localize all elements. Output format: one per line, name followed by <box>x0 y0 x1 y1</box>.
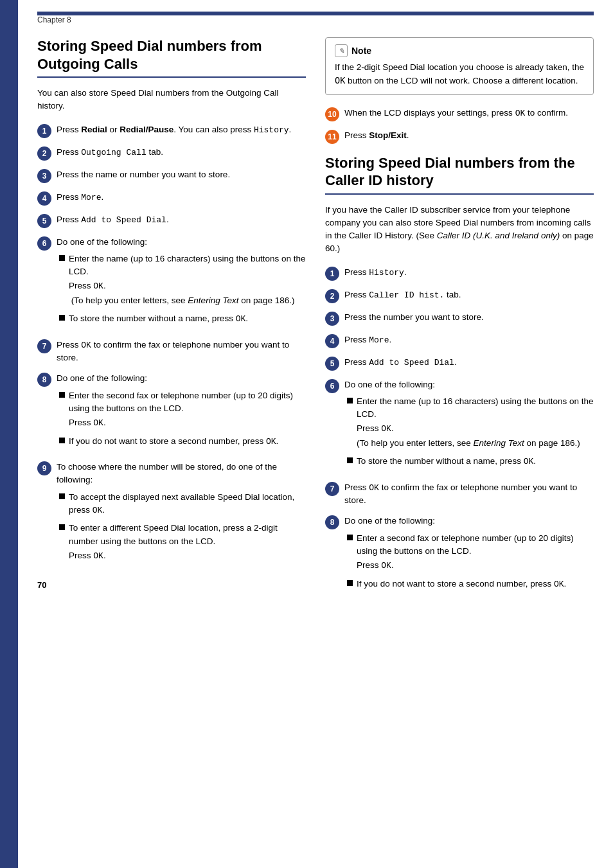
right-sub-text-6-1: Enter the name (up to 16 characters) usi… <box>357 395 594 450</box>
left-column: Storing Speed Dial numbers from Outgoing… <box>37 37 306 849</box>
step-number-5: 5 <box>37 214 51 228</box>
right-step-text-7: Press OK to confirm the fax or telephone… <box>344 481 594 508</box>
right-step-1: 1 Press History. <box>325 266 594 281</box>
step-text-6: Do one of the following: Enter the name … <box>57 236 306 331</box>
right-step-6-sub-1: Enter the name (up to 16 characters) usi… <box>347 395 594 450</box>
right-step-number-4: 4 <box>325 334 339 348</box>
sub-text-9-1: To accept the displayed next available S… <box>69 491 306 517</box>
left-accent-bar <box>0 0 18 868</box>
right-step-text-4: Press More. <box>344 333 391 347</box>
step-number-3: 3 <box>37 169 51 183</box>
step-6-sub-list: Enter the name (up to 16 characters) usi… <box>57 252 306 326</box>
step-6: 6 Do one of the following: Enter the nam… <box>37 236 306 331</box>
step-number-9: 9 <box>37 461 51 475</box>
step-number-10: 10 <box>325 107 339 121</box>
step-text-2: Press Outgoing Call tab. <box>57 146 163 159</box>
left-section-title: Storing Speed Dial numbers from Outgoing… <box>37 37 306 73</box>
step-6-sub-2: To store the number without a name, pres… <box>59 312 306 326</box>
sub-text-8-2: If you do not want to store a second num… <box>69 435 278 448</box>
step-text-1: Press Redial or Redial/Pause. You can al… <box>57 123 291 137</box>
right-step-6-sub-2: To store the number without a name, pres… <box>347 455 594 468</box>
right-step-text-8: Do one of the following: Enter a second … <box>344 515 594 596</box>
right-step-text-5: Press Add to Speed Dial. <box>344 356 457 369</box>
step-2: 2 Press Outgoing Call tab. <box>37 146 306 161</box>
sub-text-8-1: Enter the second fax or telephone number… <box>69 389 306 430</box>
sub-text-6-2: To store the number without a name, pres… <box>69 312 248 326</box>
right-step-number-7: 7 <box>325 482 339 496</box>
note-title: Note <box>351 46 371 56</box>
step-5: 5 Press Add to Speed Dial. <box>37 213 306 228</box>
step-text-10: When the LCD displays your settings, pre… <box>344 107 568 120</box>
right-section-title: Storing Speed Dial numbers from the Call… <box>325 154 594 190</box>
page-container: Chapter 8 Storing Speed Dial numbers fro… <box>0 0 613 868</box>
step-number-4: 4 <box>37 191 51 206</box>
right-step-text-6: Do one of the following: Enter the name … <box>344 378 594 474</box>
page-number: 70 <box>37 580 306 590</box>
right-section-divider <box>325 193 594 195</box>
sub-text-6-1: Enter the name (up to 16 characters) usi… <box>69 252 306 307</box>
right-bullet-6-1 <box>347 398 353 403</box>
step-text-8: Do one of the following: Enter the secon… <box>57 372 306 453</box>
left-section-divider <box>37 76 306 78</box>
note-header: ✎ Note <box>335 44 584 57</box>
step-6-sub-1: Enter the name (up to 16 characters) usi… <box>59 252 306 307</box>
right-step-text-3: Press the number you want to store. <box>344 311 484 324</box>
right-step-5: 5 Press Add to Speed Dial. <box>325 356 594 371</box>
right-step-6: 6 Do one of the following: Enter the nam… <box>325 378 594 474</box>
right-step-7: 7 Press OK to confirm the fax or telepho… <box>325 481 594 508</box>
left-steps-list: 1 Press Redial or Redial/Pause. You can … <box>37 123 306 568</box>
step-number-7: 7 <box>37 339 51 353</box>
step-text-11: Press Stop/Exit. <box>344 129 409 142</box>
step-number-6: 6 <box>37 236 51 251</box>
step-text-9: To choose where the number will be store… <box>57 461 306 567</box>
right-step-4: 4 Press More. <box>325 333 594 348</box>
note-box: ✎ Note If the 2-digit Speed Dial locatio… <box>325 37 594 95</box>
step-number-11: 11 <box>325 130 339 144</box>
right-sub-text-8-1: Enter a second fax or telephone number (… <box>357 532 594 572</box>
step-9: 9 To choose where the number will be sto… <box>37 461 306 567</box>
right-step-8: 8 Do one of the following: Enter a secon… <box>325 515 594 596</box>
step-8-sub-list: Enter the second fax or telephone number… <box>57 389 306 448</box>
left-section-intro: You can also store Speed Dial numbers fr… <box>37 87 306 113</box>
step-10: 10 When the LCD displays your settings, … <box>325 107 594 121</box>
right-bullet-8-2 <box>347 580 353 586</box>
right-step-2: 2 Press Caller ID hist. tab. <box>325 288 594 303</box>
bullet-9-1 <box>59 493 65 499</box>
note-icon: ✎ <box>335 44 348 57</box>
right-section-intro: If you have the Caller ID subscriber ser… <box>325 204 594 256</box>
right-steps-continued: 10 When the LCD displays your settings, … <box>325 107 594 144</box>
right-sub-text-6-2: To store the number without a name, pres… <box>357 455 536 468</box>
right-step-number-8: 8 <box>325 515 339 529</box>
right-step-number-5: 5 <box>325 357 339 371</box>
step-9-sub-2: To enter a different Speed Dial location… <box>59 522 306 562</box>
right-step-3: 3 Press the number you want to store. <box>325 311 594 326</box>
right-step-8-sub-1: Enter a second fax or telephone number (… <box>347 532 594 572</box>
right-column: ✎ Note If the 2-digit Speed Dial locatio… <box>325 37 594 849</box>
right-bullet-6-2 <box>347 457 353 463</box>
two-column-layout: Storing Speed Dial numbers from Outgoing… <box>37 37 594 849</box>
right-step-6-sub-list: Enter the name (up to 16 characters) usi… <box>344 395 594 468</box>
right-step-number-2: 2 <box>325 289 339 303</box>
step-number-2: 2 <box>37 146 51 161</box>
right-steps-list: 1 Press History. 2 Press Caller ID hist.… <box>325 266 594 596</box>
right-step-8-sub-2: If you do not want to store a second num… <box>347 578 594 591</box>
step-1: 1 Press Redial or Redial/Pause. You can … <box>37 123 306 138</box>
right-bullet-8-1 <box>347 535 353 540</box>
bullet-2 <box>59 315 65 321</box>
step-3: 3 Press the name or number you want to s… <box>37 168 306 183</box>
right-step-text-1: Press History. <box>344 266 407 279</box>
step-8-sub-2: If you do not want to store a second num… <box>59 435 306 448</box>
step-text-3: Press the name or number you want to sto… <box>57 168 230 181</box>
step-number-8: 8 <box>37 373 51 387</box>
step-text-5: Press Add to Speed Dial. <box>57 213 169 227</box>
step-9-sub-list: To accept the displayed next available S… <box>57 491 306 563</box>
right-sub-text-8-2: If you do not want to store a second num… <box>357 578 566 591</box>
chapter-label: Chapter 8 <box>37 15 594 24</box>
step-11: 11 Press Stop/Exit. <box>325 129 594 144</box>
right-step-number-6: 6 <box>325 379 339 393</box>
bullet-8-1 <box>59 392 65 398</box>
right-step-number-1: 1 <box>325 267 339 281</box>
right-step-8-sub-list: Enter a second fax or telephone number (… <box>344 532 594 591</box>
page-content: Chapter 8 Storing Speed Dial numbers fro… <box>18 0 613 868</box>
step-4: 4 Press More. <box>37 191 306 206</box>
